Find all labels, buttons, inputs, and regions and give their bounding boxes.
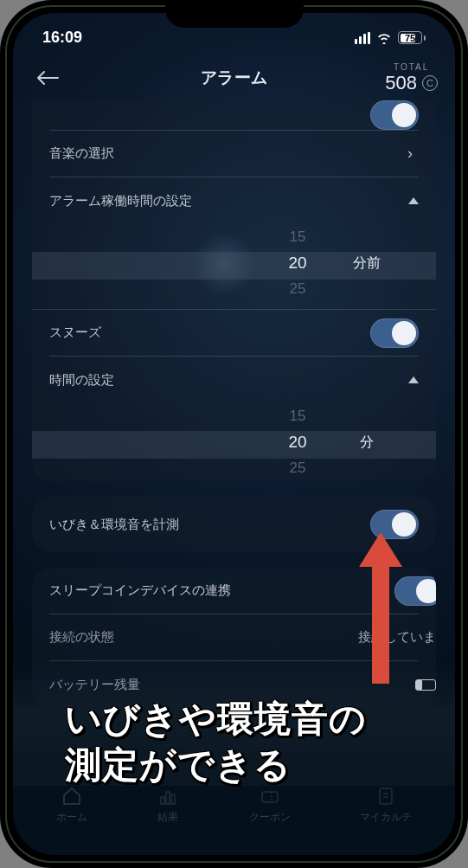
snoring-toggle[interactable] bbox=[370, 510, 419, 539]
battery-level-icon bbox=[415, 679, 436, 691]
svg-rect-0 bbox=[161, 797, 164, 804]
chart-icon bbox=[157, 786, 179, 807]
connection-state-row: 接続の状態 接続していま bbox=[49, 614, 419, 661]
duration-label: アラーム稼働時間の設定 bbox=[49, 193, 192, 209]
music-select-row[interactable]: 音楽の選択 › bbox=[49, 131, 419, 177]
music-select-label: 音楽の選択 bbox=[49, 145, 114, 162]
header: アラーム TOTAL 508 C bbox=[13, 52, 455, 107]
picker-unit: 分前 bbox=[341, 224, 393, 302]
tab-label: 結果 bbox=[157, 810, 178, 825]
snooze-toggle[interactable] bbox=[370, 318, 419, 348]
picker-unit: 分 bbox=[341, 403, 393, 481]
total-value: 508 bbox=[385, 72, 417, 94]
alarm-settings-card: 音楽の選択 › アラーム稼働時間の設定 15 20 25 分前 bbox=[32, 100, 436, 481]
status-time: 16:09 bbox=[42, 29, 82, 47]
picker-values: 15 20 25 bbox=[272, 403, 324, 481]
tab-bar: ホーム 結果 クーポン マイカルテ bbox=[13, 777, 455, 855]
signal-icon bbox=[355, 32, 370, 44]
screen: 16:09 75 アラーム TOTAL 508 C bbox=[13, 13, 455, 855]
svg-rect-2 bbox=[171, 794, 175, 804]
snooze-time-picker[interactable]: 15 20 25 分 bbox=[32, 403, 436, 481]
svg-rect-3 bbox=[262, 792, 278, 802]
battery-label: バッテリー残量 bbox=[49, 677, 140, 693]
tab-label: ホーム bbox=[56, 810, 87, 825]
tab-coupon[interactable]: クーポン bbox=[249, 786, 291, 825]
snoring-card: いびき＆環境音を計測 bbox=[32, 497, 436, 552]
device-label: スリープコインデバイスの連携 bbox=[49, 582, 231, 599]
notch bbox=[165, 0, 304, 28]
snoring-measure-row: いびき＆環境音を計測 bbox=[49, 497, 419, 552]
tab-label: マイカルテ bbox=[360, 810, 412, 825]
content: 音楽の選択 › アラーム稼働時間の設定 15 20 25 分前 bbox=[13, 100, 455, 708]
total-label: TOTAL bbox=[394, 62, 429, 72]
snooze-row: スヌーズ bbox=[49, 310, 419, 357]
connection-value: 接続していま bbox=[358, 629, 436, 646]
tab-label: クーポン bbox=[249, 810, 291, 825]
duration-picker[interactable]: 15 20 25 分前 bbox=[32, 224, 436, 302]
device-toggle[interactable] bbox=[394, 576, 436, 606]
svg-rect-5 bbox=[380, 788, 392, 804]
duration-setting-row[interactable]: アラーム稼働時間の設定 bbox=[49, 177, 419, 224]
document-icon bbox=[375, 786, 397, 807]
picker-values: 15 20 25 bbox=[272, 224, 324, 302]
snooze-label: スヌーズ bbox=[49, 325, 101, 341]
page-title: アラーム bbox=[201, 67, 268, 89]
phone-frame: 16:09 75 アラーム TOTAL 508 C bbox=[0, 0, 468, 868]
coin-icon: C bbox=[422, 75, 438, 91]
caret-up-icon bbox=[408, 197, 419, 204]
tab-home[interactable]: ホーム bbox=[56, 786, 87, 825]
time-setting-label: 時間の設定 bbox=[49, 372, 114, 389]
chevron-right-icon: › bbox=[401, 145, 419, 163]
svg-rect-1 bbox=[166, 792, 170, 804]
home-icon bbox=[61, 786, 83, 807]
battery-icon: 75 bbox=[398, 31, 426, 44]
tab-results[interactable]: 結果 bbox=[157, 786, 179, 825]
snoring-label: いびき＆環境音を計測 bbox=[49, 517, 179, 533]
annotation-text: いびきや環境音の 測定ができる bbox=[65, 697, 367, 788]
coin-total[interactable]: TOTAL 508 C bbox=[385, 62, 438, 94]
back-button[interactable] bbox=[30, 61, 65, 95]
tab-karte[interactable]: マイカルテ bbox=[360, 786, 412, 825]
caret-up-icon bbox=[408, 376, 419, 383]
device-link-row: スリープコインデバイスの連携 bbox=[49, 568, 419, 614]
ticket-icon bbox=[259, 786, 281, 807]
connection-label: 接続の状態 bbox=[49, 629, 114, 646]
device-card: スリープコインデバイスの連携 接続の状態 接続していま バッテリー残量 bbox=[32, 568, 436, 708]
wifi-icon bbox=[375, 31, 393, 44]
time-setting-row[interactable]: 時間の設定 bbox=[49, 357, 419, 403]
status-right: 75 bbox=[355, 31, 426, 44]
